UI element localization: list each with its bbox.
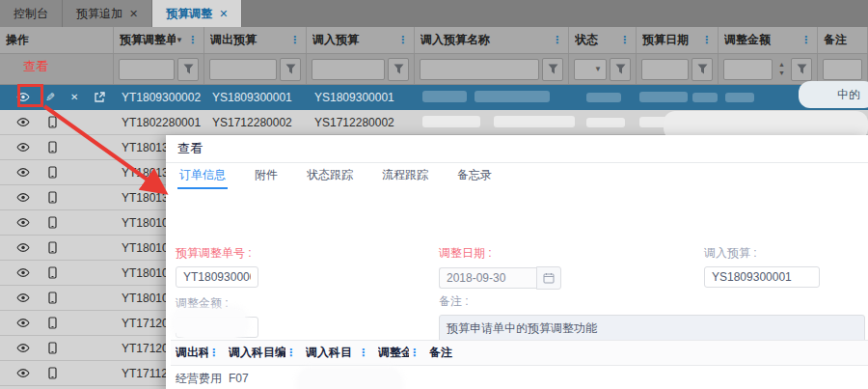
tab-close-icon[interactable]: ✕ (219, 8, 228, 20)
mobile-icon[interactable] (45, 241, 59, 255)
subtable-header-cell-2[interactable]: 调入科目编号⋮ (224, 341, 301, 365)
eye-icon[interactable] (16, 216, 30, 230)
column-menu-icon[interactable]: ⋮ (358, 347, 368, 358)
filter-input[interactable] (723, 59, 773, 80)
filter-input[interactable] (420, 59, 539, 80)
filter-input[interactable] (209, 59, 277, 80)
funnel-filter-button[interactable] (791, 58, 812, 81)
subtable-header-row: 调出科目⋮调入科目编号⋮调入科目⋮调整金额⋮备注 (171, 340, 868, 366)
column-menu-icon[interactable]: ⋮ (552, 35, 562, 45)
tab-close-icon[interactable]: ✕ (129, 8, 138, 20)
grid-header-cell-2[interactable]: 预算调整单号▼⋮ (114, 27, 204, 53)
funnel-filter-button[interactable] (542, 58, 563, 81)
grid-header-cell-5[interactable]: 调入预算名称⋮ (415, 27, 569, 53)
table-row-1[interactable]: ✎✕YT1809300002YS1809300001YS1809300001中的 (0, 85, 868, 110)
close-icon[interactable]: ✕ (70, 91, 78, 104)
adjust-date-input[interactable] (439, 267, 536, 289)
redaction-blur: 中的 (799, 81, 868, 108)
grid-header-cell-1[interactable]: 操作 (0, 27, 114, 53)
mobile-icon[interactable] (45, 116, 59, 129)
pencil-icon[interactable]: ✎ (45, 91, 55, 104)
table-row-2[interactable]: YT1802280001YS1712280002YS1712280002 (0, 110, 868, 135)
filter-input[interactable] (641, 59, 689, 80)
eye-icon[interactable] (16, 166, 30, 180)
grid-header-cell-9[interactable]: 备注 (818, 27, 868, 53)
subtable-header-cell-4[interactable]: 调整金额⋮ (373, 341, 424, 365)
filter-input[interactable] (312, 59, 385, 80)
funnel-filter-button[interactable] (692, 58, 713, 81)
number-stepper[interactable]: ▲▼ (775, 59, 788, 80)
funnel-filter-button[interactable] (388, 58, 409, 81)
order-no-input[interactable] (176, 266, 258, 288)
mobile-icon[interactable] (45, 166, 59, 180)
subtable-header-cell-1[interactable]: 调出科目⋮ (171, 341, 224, 365)
column-menu-icon[interactable]: ⋮ (187, 35, 198, 45)
column-menu-icon[interactable]: ⋮ (397, 35, 408, 45)
in-budget-input[interactable] (704, 266, 820, 288)
mobile-icon[interactable] (45, 342, 59, 355)
grid-header-cell-4[interactable]: 调入预算⋮ (307, 27, 415, 53)
eye-icon[interactable] (16, 317, 30, 330)
eye-icon[interactable] (16, 241, 30, 255)
external-link-icon[interactable] (94, 91, 106, 104)
mobile-icon[interactable] (45, 266, 59, 280)
funnel-filter-button[interactable] (177, 58, 199, 81)
tab-label: 控制台 (14, 6, 48, 22)
column-menu-icon[interactable]: ⋮ (285, 347, 296, 358)
tabbar-tab-3[interactable]: 预算调整✕ (152, 0, 242, 27)
subtable-header-cell-5[interactable]: 备注 (424, 341, 868, 365)
column-menu-icon[interactable]: ⋮ (800, 35, 811, 45)
status-filter-select[interactable]: ▼ (574, 59, 607, 80)
eye-icon[interactable] (16, 141, 30, 154)
dialog-tab-1[interactable]: 订单信息 (177, 163, 228, 189)
mobile-icon[interactable] (45, 317, 59, 330)
eye-icon[interactable] (16, 266, 30, 280)
mobile-icon[interactable] (45, 141, 59, 154)
eye-icon[interactable] (16, 342, 30, 355)
subtable-cell: 50 (373, 366, 424, 389)
grid-header-cell-6[interactable]: 状态⋮ (569, 27, 637, 53)
column-menu-icon[interactable]: ⋮ (289, 35, 300, 45)
funnel-filter-button[interactable] (610, 58, 631, 81)
adjust-amount-input[interactable] (176, 317, 258, 338)
funnel-icon (393, 61, 404, 78)
subtable-row-1[interactable]: 经营费用F0750 (171, 366, 868, 389)
mobile-icon[interactable] (45, 216, 59, 230)
grid-header-cell-8[interactable]: 调整金额⋮ (719, 27, 818, 53)
subtable-header-cell-3[interactable]: 调入科目⋮ (301, 341, 373, 365)
tabbar-tab-1[interactable]: 控制台 (0, 0, 63, 27)
row-cell: YT1802280001 (114, 110, 204, 134)
funnel-filter-button[interactable] (280, 58, 301, 81)
dialog-tab-4[interactable]: 流程跟踪 (380, 163, 430, 189)
row-cell: YS1809300001 (307, 85, 415, 109)
column-menu-icon[interactable]: ⋮ (619, 35, 630, 45)
filter-input[interactable] (823, 59, 862, 80)
mobile-icon[interactable] (45, 292, 59, 305)
calendar-icon[interactable] (536, 266, 561, 290)
column-menu-icon[interactable]: ⋮ (701, 35, 712, 45)
grid-header-cell-7[interactable]: 预算日期⋮ (637, 27, 719, 53)
tabbar-tab-2[interactable]: 预算追加✕ (63, 0, 152, 27)
dialog-tab-3[interactable]: 状态跟踪 (305, 163, 355, 189)
eye-icon[interactable] (16, 292, 30, 305)
column-label: 调入科目 (306, 345, 358, 361)
eye-icon[interactable] (16, 191, 30, 205)
column-menu-icon[interactable]: ⋮ (208, 347, 219, 358)
dialog-tab-2[interactable]: 附件 (253, 163, 280, 189)
grid-header-cell-3[interactable]: 调出预算⋮ (204, 27, 307, 53)
filter-input[interactable] (119, 59, 175, 80)
column-label: 调入预算 (312, 32, 397, 48)
mobile-icon[interactable] (45, 367, 59, 380)
eye-icon[interactable] (16, 367, 30, 380)
in-budget-label: 调入预算 : (704, 245, 820, 262)
mobile-icon[interactable] (45, 191, 59, 205)
funnel-icon (615, 61, 626, 78)
eye-icon[interactable] (16, 116, 30, 129)
column-menu-icon[interactable]: ⋮ (409, 347, 420, 358)
row-cell: YS1809300001 (204, 85, 307, 109)
eye-icon[interactable] (16, 91, 30, 104)
dialog-tab-5[interactable]: 备忘录 (455, 163, 494, 189)
redaction-blur (586, 118, 625, 127)
grid-filter-cell-5 (415, 54, 569, 84)
redaction-blur (422, 91, 467, 102)
